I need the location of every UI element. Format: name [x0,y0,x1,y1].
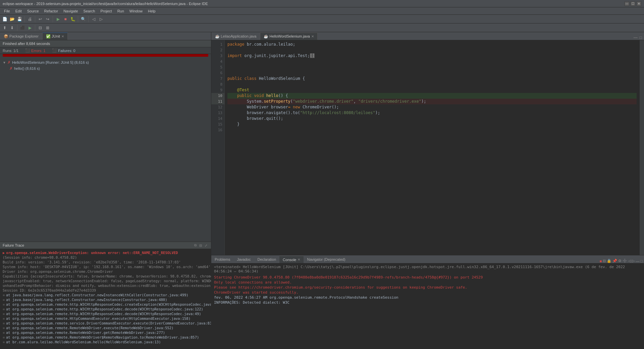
trace-stack-11[interactable]: ≡ at br.com.alura.leilao.HelloWordSeleni… [3,340,208,344]
tab-junit[interactable]: ✅ JUnit ✕ [42,33,68,40]
chevron-down-icon: ▼ [3,61,6,64]
trace-driver-info: Driver info: org.openqa.selenium.chrome.… [3,269,208,274]
editor-minimize-button[interactable]: — [633,35,638,40]
console-pin-icon[interactable]: 📌 [612,259,617,263]
trace-main-error[interactable]: ▶ org.openqa.selenium.WebDriverException… [3,250,208,255]
junit-stop-button[interactable]: ⬛ [19,24,26,31]
separator5 [88,16,89,22]
print-button[interactable]: 🖨 [26,16,33,22]
trace-stack-8[interactable]: ≡ at org.openqa.selenium.remote.RemoteWe… [3,326,208,330]
hello-tab-close[interactable]: ✕ [311,35,314,38]
junit-next-button[interactable]: ⬇ [9,24,15,31]
menu-run[interactable]: Run [115,8,127,14]
menu-search[interactable]: Search [81,8,98,14]
runs-stat: Runs: 1/1 [3,49,18,53]
search-button[interactable]: 🔍 [80,16,87,22]
undo-button[interactable]: ↩ [37,16,44,22]
console-nav-left-icon[interactable]: ◁ [628,259,631,263]
trace-stack-10[interactable]: ≡ at org.openqa.selenium.remote.RemoteWe… [3,335,208,340]
console-line-4: ChromeDriver was started successfully. [214,290,641,295]
menu-refactor[interactable]: Refactor [42,8,61,14]
trace-stack-3[interactable]: ≡ at org.openqa.selenium.remote.http.W3C… [3,302,208,307]
trace-stack-9[interactable]: ≡ at org.openqa.selenium.remote.RemoteWe… [3,330,208,335]
trace-system-info: System info: host: 'DESKTOP-H4VIIU8', ip… [3,264,208,269]
console-content: <terminated> HelloWordSelenium [JUnit] C… [211,263,644,349]
console-tab-label: Console [283,258,296,262]
menu-source[interactable]: Source [24,8,42,14]
code-editor: 1 2 3 4 5 6 7 8 9 10 11 12 13 14 15 16 [211,40,644,255]
open-button[interactable]: 📂 [9,16,15,22]
failure-filter-button[interactable]: ⊟ [198,243,203,248]
separator7 [35,25,35,31]
tab-package-explorer[interactable]: 📦 Package Explorer [0,33,42,40]
junit-tab-close[interactable]: ✕ [61,35,64,38]
console-tab-close[interactable]: ✕ [298,258,300,261]
code-line-16 [227,127,637,133]
tab-leilao-application[interactable]: ☕ LeilaoApplication.java [211,33,260,40]
console-scroll-lock-icon[interactable]: 🔒 [607,259,611,263]
left-tab-bar: 📦 Package Explorer ✅ JUnit ✕ [0,32,211,40]
trace-stack-7[interactable]: ≡ at org.openqa.selenium.remote.service.… [3,321,208,326]
redo-button[interactable]: ↪ [44,16,51,22]
trace-stack-5[interactable]: ≡ at org.openqa.selenium.remote.http.W3C… [3,311,208,316]
minimize-button[interactable]: — [625,1,629,6]
code-line-6 [227,70,637,76]
tab-declaration[interactable]: Declaration [254,256,279,263]
menu-window[interactable]: Window [127,8,145,14]
code-line-2 [227,47,637,53]
layout-button[interactable]: ⊞ [44,24,51,31]
failure-copy-button[interactable]: ⧉ [193,243,198,248]
console-line-5: fev. 06, 2022 4:56:27 AM org.openqa.sele… [214,295,641,300]
trace-stack-1[interactable]: ≡ at java.base/java.lang.reflect.Constru… [3,293,208,297]
forward-button[interactable]: ▷ [98,16,104,22]
navigator-tab-label: Navigator (Deprecated) [307,257,345,261]
new-button[interactable]: 📄 [1,16,8,22]
failure-content: ▶ org.openqa.selenium.WebDriverException… [0,249,211,349]
tree-root[interactable]: ▼ ✗ HelloWordSelenium [Runner: JUnit 5] … [0,59,211,65]
trace-build-info: Build info: version: '3.141.59', revisio… [3,260,208,264]
code-line-8 [227,82,637,87]
junit-prev-button[interactable]: ⬆ [1,24,8,31]
trace-stack-6[interactable]: ≡ at org.openqa.selenium.remote.HttpComm… [3,316,208,321]
junit-run-button[interactable]: ▶ [26,24,33,31]
trace-stack-4[interactable]: ≡ at org.openqa.selenium.remote.http.W3C… [3,307,208,311]
menu-project[interactable]: Project [98,8,114,14]
console-stop-icon[interactable]: ■ [600,259,602,263]
console-new-icon[interactable]: ➕ [623,259,627,263]
code-content[interactable]: package br.com.alura.leilao; import org.… [225,40,639,255]
tab-javadoc[interactable]: Javadoc [233,256,254,263]
menu-edit[interactable]: Edit [13,8,24,14]
console-settings-icon[interactable]: ⚙ [618,259,622,263]
close-button[interactable]: ✕ [637,1,641,6]
failures-stat: ⬛ Failures: 0 [52,48,75,53]
collapse-button[interactable]: ⊟ [37,24,44,31]
console-minimize-icon[interactable]: — [636,259,639,263]
console-maximize-icon[interactable]: □ [640,259,643,263]
line-num-9: 9 [211,87,224,93]
save-button[interactable]: 💾 [16,16,23,22]
debug-button[interactable]: 🐛 [69,16,76,22]
editor-maximize-button[interactable]: □ [639,35,643,40]
back-button[interactable]: ◁ [90,16,97,22]
tab-console[interactable]: Console ✕ [279,256,304,263]
left-panel: 📦 Package Explorer ✅ JUnit ✕ Finished af… [0,32,211,349]
console-clear-icon[interactable]: ⊟ [603,259,606,263]
maximize-button[interactable]: ☐ [631,1,635,6]
tree-child-hello[interactable]: ✗ hello() (8,616 s) [0,65,211,71]
tab-problems[interactable]: Problems [211,256,233,263]
menu-navigate[interactable]: Navigate [61,8,80,14]
failure-expand-button[interactable]: ⤢ [204,243,208,248]
title-bar-title: eclipse-workspace - 2019-selenium-java-p… [3,2,625,6]
tab-hello-word-selenium[interactable]: ☕ HelloWordSelenium.java ✕ [260,33,317,40]
trace-stack-2[interactable]: ≡ at java.base/java.lang.reflect.Constru… [3,297,208,302]
menu-file[interactable]: File [1,8,13,14]
stop-button[interactable]: ■ [62,16,69,22]
bottom-panel: Problems Javadoc Declaration Console ✕ N… [211,255,644,349]
trace-javascript: javascriptEnabled: true, networkConnecti… [3,279,208,283]
console-nav-right-icon[interactable]: ▷ [632,259,635,263]
tab-navigator[interactable]: Navigator (Deprecated) [304,256,348,263]
run-button[interactable]: ▶ [55,16,61,22]
editor-scrollbar[interactable] [639,40,644,255]
menu-help[interactable]: Help [145,8,158,14]
code-line-15: } [227,121,637,127]
